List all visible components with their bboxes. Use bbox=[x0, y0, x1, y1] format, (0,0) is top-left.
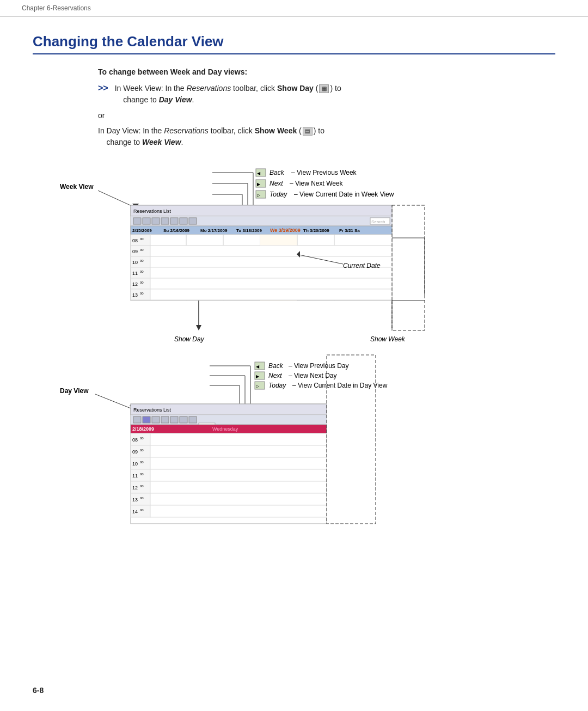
or-text: or bbox=[98, 111, 555, 120]
svg-text:12: 12 bbox=[132, 281, 138, 287]
svg-text:11: 11 bbox=[132, 473, 138, 479]
svg-text:Search: Search bbox=[371, 219, 385, 224]
svg-rect-148 bbox=[150, 505, 327, 517]
svg-text:00: 00 bbox=[140, 485, 144, 488]
svg-text:00: 00 bbox=[140, 437, 144, 440]
svg-text:Back: Back bbox=[270, 169, 285, 176]
svg-text:Th 3/20/2009: Th 3/20/2009 bbox=[303, 228, 329, 233]
svg-text:14: 14 bbox=[132, 509, 138, 514]
svg-rect-114 bbox=[180, 416, 187, 423]
svg-text:09: 09 bbox=[132, 449, 138, 455]
svg-text:▷: ▷ bbox=[256, 384, 260, 389]
svg-marker-79 bbox=[196, 325, 201, 330]
svg-text:– View Next Week: – View Next Week bbox=[290, 180, 344, 187]
svg-text:Next: Next bbox=[268, 372, 282, 379]
svg-text:13: 13 bbox=[132, 292, 138, 298]
svg-text:09: 09 bbox=[132, 249, 138, 254]
diagram-area: Week View ◀ Back – View Previous Week ▶ … bbox=[54, 159, 544, 567]
svg-rect-25 bbox=[133, 218, 141, 224]
svg-text:– View Next Day: – View Next Day bbox=[289, 372, 336, 379]
svg-text:Current Date: Current Date bbox=[343, 262, 381, 269]
svg-rect-140 bbox=[150, 481, 327, 493]
svg-rect-27 bbox=[152, 218, 160, 224]
svg-text:00: 00 bbox=[140, 270, 144, 273]
svg-rect-113 bbox=[170, 416, 178, 423]
svg-text:▷: ▷ bbox=[257, 193, 261, 198]
svg-line-85 bbox=[95, 394, 133, 409]
svg-text:12: 12 bbox=[132, 485, 138, 491]
svg-text:10: 10 bbox=[132, 461, 138, 467]
bullet-1-text: In Week View: In the Reservations toolba… bbox=[115, 83, 341, 106]
svg-text:– View Previous Day: – View Previous Day bbox=[289, 362, 349, 370]
svg-rect-83 bbox=[392, 205, 425, 330]
svg-rect-128 bbox=[150, 445, 327, 457]
svg-text:Wednesday: Wednesday bbox=[212, 426, 238, 432]
svg-rect-71 bbox=[150, 289, 392, 300]
svg-text:◀: ◀ bbox=[257, 171, 261, 176]
svg-text:Today: Today bbox=[270, 191, 287, 198]
svg-rect-55 bbox=[150, 246, 392, 256]
svg-rect-67 bbox=[150, 278, 392, 289]
svg-text:Mo 2/17/2009: Mo 2/17/2009 bbox=[200, 228, 228, 233]
svg-text:Show Day: Show Day bbox=[174, 335, 205, 343]
svg-text:– View Previous Week: – View Previous Week bbox=[291, 169, 357, 176]
svg-rect-24 bbox=[131, 216, 392, 226]
svg-text:00: 00 bbox=[140, 461, 144, 464]
svg-text:00: 00 bbox=[140, 473, 144, 476]
bullet-arrow-1: >> bbox=[98, 83, 108, 93]
page-title: Changing the Calendar View bbox=[33, 33, 555, 54]
svg-rect-132 bbox=[150, 457, 327, 469]
svg-text:13: 13 bbox=[132, 497, 138, 502]
svg-text:Reservations List: Reservations List bbox=[133, 209, 171, 214]
svg-text:Tu 3/18/2009: Tu 3/18/2009 bbox=[236, 228, 262, 233]
svg-text:00: 00 bbox=[140, 508, 144, 512]
bullet-2-section: In Day View: In the Reservations toolbar… bbox=[98, 125, 555, 148]
svg-rect-30 bbox=[180, 218, 187, 224]
svg-text:2/18/2009: 2/18/2009 bbox=[132, 426, 154, 432]
show-day-icon: ▦ bbox=[319, 84, 329, 93]
svg-rect-110 bbox=[143, 416, 150, 423]
svg-text:– View Current Date in Week Vi: – View Current Date in Week View bbox=[294, 191, 394, 198]
svg-text:Reservations List: Reservations List bbox=[133, 407, 171, 413]
svg-text:00: 00 bbox=[140, 259, 144, 262]
svg-text:00: 00 bbox=[140, 449, 144, 452]
svg-text:Show Week: Show Week bbox=[370, 335, 406, 343]
svg-text:10: 10 bbox=[132, 260, 138, 265]
svg-rect-149 bbox=[327, 355, 376, 524]
svg-rect-109 bbox=[133, 416, 141, 423]
svg-text:We 3/19/2009: We 3/19/2009 bbox=[270, 228, 301, 233]
show-week-icon: ▤ bbox=[303, 127, 313, 136]
page-number: 6-8 bbox=[33, 686, 44, 695]
svg-rect-112 bbox=[161, 416, 169, 423]
svg-text:00: 00 bbox=[140, 292, 144, 295]
svg-rect-26 bbox=[143, 218, 150, 224]
svg-text:11: 11 bbox=[132, 271, 138, 276]
diagram-svg: Week View ◀ Back – View Previous Week ▶ … bbox=[54, 159, 555, 567]
svg-text:00: 00 bbox=[140, 281, 144, 284]
svg-text:00: 00 bbox=[140, 237, 144, 241]
svg-text:Today: Today bbox=[268, 382, 286, 389]
svg-text:00: 00 bbox=[140, 497, 144, 500]
svg-rect-111 bbox=[152, 416, 160, 423]
svg-text:Next: Next bbox=[270, 180, 283, 187]
svg-rect-108 bbox=[131, 415, 327, 425]
svg-rect-144 bbox=[150, 493, 327, 505]
svg-text:Su 2/16/2009: Su 2/16/2009 bbox=[163, 228, 190, 233]
svg-text:08: 08 bbox=[132, 238, 138, 243]
svg-rect-29 bbox=[170, 218, 178, 224]
breadcrumb: Chapter 6-Reservations bbox=[0, 0, 588, 17]
svg-rect-136 bbox=[150, 469, 327, 481]
svg-text:08: 08 bbox=[132, 437, 138, 443]
svg-text:00: 00 bbox=[140, 248, 144, 252]
svg-text:Day View: Day View bbox=[60, 387, 89, 395]
svg-text:Week View: Week View bbox=[60, 183, 94, 191]
svg-text:◀: ◀ bbox=[256, 364, 260, 369]
svg-rect-31 bbox=[189, 218, 197, 224]
svg-rect-28 bbox=[161, 218, 169, 224]
svg-text:▶: ▶ bbox=[256, 374, 260, 379]
svg-text:Back: Back bbox=[268, 362, 284, 370]
instruction-header: To change between Week and Day views: bbox=[98, 68, 555, 76]
svg-text:Fr 3/21 Sa: Fr 3/21 Sa bbox=[339, 228, 360, 233]
svg-rect-115 bbox=[189, 416, 197, 423]
bullet-2-text: In Day View: In the Reservations toolbar… bbox=[98, 125, 324, 148]
